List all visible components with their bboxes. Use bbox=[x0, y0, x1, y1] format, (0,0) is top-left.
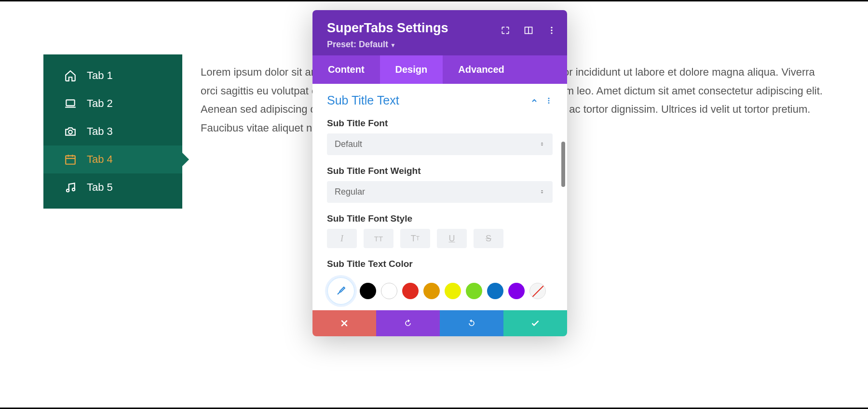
camera-icon bbox=[64, 125, 77, 138]
more-vert-icon[interactable] bbox=[545, 93, 553, 107]
color-swatch-white[interactable] bbox=[381, 283, 397, 299]
svg-point-12 bbox=[548, 102, 550, 104]
color-swatch-blue[interactable] bbox=[487, 283, 503, 299]
tab-design-settings[interactable]: Design bbox=[380, 55, 443, 84]
tab-1[interactable]: Tab 1 bbox=[43, 62, 182, 90]
strikethrough-button[interactable]: S bbox=[474, 229, 503, 248]
more-vert-icon[interactable] bbox=[547, 26, 556, 37]
tab-label: Tab 4 bbox=[87, 153, 113, 166]
svg-point-3 bbox=[67, 189, 69, 192]
expand-icon[interactable] bbox=[501, 26, 510, 37]
color-swatch-none[interactable] bbox=[529, 283, 546, 299]
svg-point-10 bbox=[548, 98, 550, 99]
scrollbar-thumb[interactable] bbox=[561, 142, 565, 187]
save-button[interactable] bbox=[503, 310, 567, 336]
settings-modal: SuperTabs Settings Preset: Default▼ Cont… bbox=[312, 10, 567, 336]
eyedropper-button[interactable] bbox=[327, 277, 355, 305]
tab-label: Tab 5 bbox=[87, 181, 113, 194]
svg-point-9 bbox=[551, 32, 552, 34]
vertical-tabs: Tab 1 Tab 2 Tab 3 Tab 4 Tab 5 bbox=[43, 54, 182, 209]
underline-button[interactable]: U bbox=[437, 229, 467, 248]
sort-icon bbox=[539, 139, 545, 149]
redo-button[interactable] bbox=[440, 310, 503, 336]
section-header[interactable]: Sub Title Text bbox=[327, 93, 553, 107]
tab-advanced-settings[interactable]: Advanced bbox=[443, 55, 520, 84]
uppercase-button[interactable]: TT bbox=[364, 229, 393, 248]
tab-label: Tab 2 bbox=[87, 97, 113, 110]
color-swatch-yellow[interactable] bbox=[445, 283, 461, 299]
svg-point-11 bbox=[548, 100, 550, 102]
tab-3[interactable]: Tab 3 bbox=[43, 118, 182, 145]
sort-icon bbox=[539, 187, 545, 197]
tab-content-settings[interactable]: Content bbox=[312, 55, 380, 84]
color-swatch-red[interactable] bbox=[402, 283, 419, 299]
section-title: Sub Title Text bbox=[327, 93, 399, 107]
weight-label: Sub Title Font Weight bbox=[327, 166, 553, 176]
svg-rect-0 bbox=[66, 100, 74, 106]
laptop-icon bbox=[64, 97, 77, 110]
preset-selector[interactable]: Preset: Default▼ bbox=[327, 40, 553, 50]
color-swatch-purple[interactable] bbox=[508, 283, 525, 299]
svg-point-1 bbox=[68, 130, 72, 134]
tab-2[interactable]: Tab 2 bbox=[43, 90, 182, 118]
color-label: Sub Title Text Color bbox=[327, 259, 553, 269]
cancel-button[interactable] bbox=[312, 310, 376, 336]
calendar-icon bbox=[64, 153, 77, 166]
modal-tabs: Content Design Advanced bbox=[312, 55, 567, 84]
home-icon bbox=[64, 69, 77, 82]
svg-point-4 bbox=[72, 188, 75, 191]
weight-select[interactable]: Regular bbox=[327, 181, 553, 203]
tab-4[interactable]: Tab 4 bbox=[43, 145, 182, 173]
font-select[interactable]: Default bbox=[327, 133, 553, 155]
tab-label: Tab 3 bbox=[87, 125, 113, 138]
font-label: Sub Title Font bbox=[327, 118, 553, 129]
svg-rect-2 bbox=[66, 156, 75, 164]
chevron-up-icon[interactable] bbox=[530, 93, 538, 107]
italic-button[interactable]: I bbox=[327, 229, 357, 248]
weight-value: Regular bbox=[335, 187, 365, 197]
font-value: Default bbox=[335, 139, 362, 149]
tab-5[interactable]: Tab 5 bbox=[43, 173, 182, 201]
color-swatch-black[interactable] bbox=[360, 283, 376, 299]
modal-body: Sub Title Text Sub Title Font Default Su… bbox=[312, 84, 567, 310]
color-swatch-orange[interactable] bbox=[423, 283, 440, 299]
wireframe-icon[interactable] bbox=[524, 26, 533, 37]
svg-point-7 bbox=[551, 27, 552, 28]
tab-label: Tab 1 bbox=[87, 69, 113, 82]
caret-down-icon: ▼ bbox=[390, 42, 396, 49]
modal-footer bbox=[312, 310, 567, 336]
music-icon bbox=[64, 181, 77, 194]
svg-point-8 bbox=[551, 29, 552, 31]
style-label: Sub Title Font Style bbox=[327, 213, 553, 224]
preset-label: Preset: Default bbox=[327, 40, 388, 49]
smallcaps-button[interactable]: TT bbox=[400, 229, 430, 248]
modal-header[interactable]: SuperTabs Settings Preset: Default▼ bbox=[312, 10, 567, 55]
undo-button[interactable] bbox=[376, 310, 440, 336]
color-swatch-green[interactable] bbox=[466, 283, 482, 299]
